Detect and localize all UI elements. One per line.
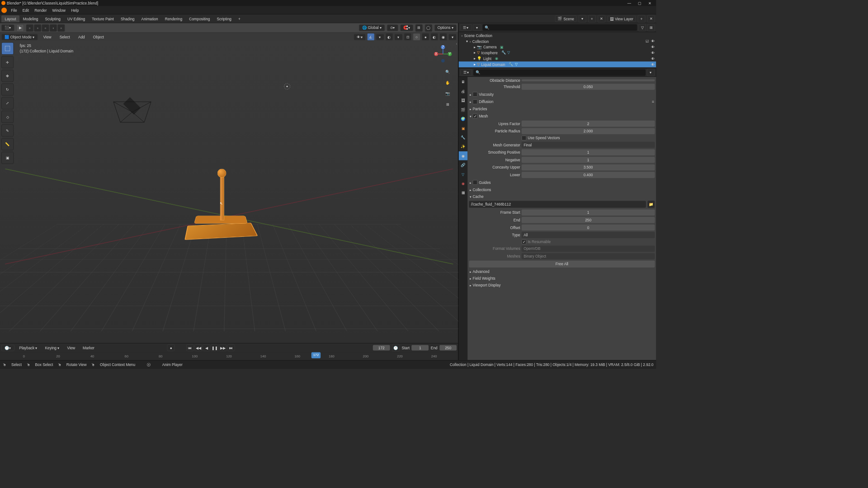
- playhead[interactable]: 172: [311, 352, 321, 358]
- scene-browse-icon[interactable]: ▾: [579, 15, 586, 23]
- autokey-button[interactable]: ●: [167, 344, 175, 351]
- pause-button[interactable]: ❚❚: [211, 344, 219, 351]
- shading-wireframe[interactable]: ○: [413, 33, 420, 41]
- mesh-generator-value[interactable]: Final: [522, 142, 655, 148]
- shading-solid[interactable]: ●: [422, 33, 429, 41]
- tab-scripting[interactable]: Scripting: [213, 15, 235, 22]
- gizmo-dropdown[interactable]: ▾: [376, 33, 384, 40]
- marker-menu[interactable]: Marker: [80, 346, 97, 350]
- offset-value[interactable]: 0: [522, 225, 655, 231]
- folder-browse-icon[interactable]: 📁: [647, 201, 655, 208]
- overlay-dropdown[interactable]: ▾: [394, 33, 402, 40]
- select-mode-1[interactable]: ▫: [26, 24, 33, 32]
- window-menu[interactable]: Window: [49, 8, 68, 12]
- upres-factor-value[interactable]: 2: [522, 121, 655, 127]
- tab-texture-paint[interactable]: Texture Paint: [89, 15, 118, 22]
- tab-rendering[interactable]: Rendering: [161, 15, 185, 22]
- outliner-display-mode[interactable]: ▾: [473, 24, 481, 31]
- scene-selector[interactable]: 🎬 Scene: [555, 15, 576, 22]
- concavity-upper-value[interactable]: 3.500: [522, 164, 655, 171]
- maximize-button[interactable]: ▢: [634, 1, 645, 5]
- liquid-domain-object[interactable]: [183, 171, 258, 246]
- shading-matprev[interactable]: ◐: [431, 33, 439, 41]
- current-frame-field[interactable]: 172: [373, 345, 390, 351]
- timeline-track[interactable]: 0 20 40 60 80 100 120 140 160 180 200 22…: [0, 352, 458, 360]
- jump-end-button[interactable]: ⏭: [227, 344, 235, 351]
- ptab-particles[interactable]: ✨: [459, 142, 468, 151]
- props-search[interactable]: 🔍: [473, 69, 646, 75]
- ptab-physics[interactable]: ◉: [459, 151, 468, 160]
- minimize-button[interactable]: —: [624, 1, 634, 5]
- tab-shading[interactable]: Shading: [117, 15, 138, 22]
- tool-annotate[interactable]: ✎: [1, 124, 14, 136]
- next-keyframe-button[interactable]: ▶▶: [219, 344, 227, 351]
- free-all-button[interactable]: Free All: [469, 261, 655, 267]
- meshes-value[interactable]: Binary Object: [522, 253, 655, 259]
- type-value[interactable]: All: [522, 232, 655, 238]
- gizmo-toggle[interactable]: ∡: [367, 33, 375, 41]
- tool-select-box[interactable]: [1, 42, 14, 55]
- outliner-new-collection-icon[interactable]: ⊞: [647, 24, 655, 32]
- viewport-3d[interactable]: ✛ ✥ ↻ ⤢ ◇ ✎ 📏 ▣ fps: 25 (172) Collection…: [0, 41, 458, 343]
- obstacle-distance-value[interactable]: [522, 79, 655, 81]
- panel-cache[interactable]: Cache: [469, 193, 655, 200]
- tab-add[interactable]: +: [235, 15, 244, 22]
- tree-collection[interactable]: ▾ ▫ Collection ☑: [459, 38, 656, 44]
- frame-start-value[interactable]: 1: [522, 209, 655, 216]
- select-mode-4[interactable]: ▫: [50, 24, 57, 32]
- pivot-point[interactable]: ⊙▾: [387, 24, 398, 31]
- tab-modeling[interactable]: Modeling: [19, 15, 42, 22]
- tab-sculpting[interactable]: Sculpting: [42, 15, 64, 22]
- tree-liquid-domain[interactable]: ▸ ▽ Liquid Domain 🔧 ▽: [459, 61, 656, 67]
- xray-toggle[interactable]: ⊡: [404, 33, 412, 41]
- outliner-filter-icon[interactable]: ▽: [638, 24, 646, 32]
- tool-rotate[interactable]: ↻: [1, 83, 14, 95]
- tool-cursor[interactable]: ✛: [1, 56, 14, 68]
- keying-menu[interactable]: Keying ▾: [42, 346, 62, 350]
- visibility-dropdown[interactable]: 👁▾: [354, 33, 365, 40]
- object-menu[interactable]: Object: [90, 35, 107, 39]
- play-reverse-button[interactable]: ◀: [203, 344, 210, 351]
- viscosity-checkbox[interactable]: [473, 92, 478, 97]
- tool-add[interactable]: ▣: [1, 152, 14, 164]
- perspective-icon[interactable]: ⊞: [443, 100, 452, 108]
- start-frame-field[interactable]: 1: [412, 345, 429, 351]
- tab-layout[interactable]: Layout: [1, 15, 19, 22]
- visibility-icon[interactable]: [651, 56, 655, 61]
- tool-move[interactable]: ✥: [1, 70, 14, 82]
- select-mode-3[interactable]: ▫: [42, 24, 49, 32]
- ptab-output[interactable]: 🖨: [459, 87, 468, 96]
- preset-menu-icon[interactable]: ≡: [652, 100, 654, 104]
- tree-scene-collection[interactable]: ▫ Scene Collection: [459, 33, 656, 38]
- negative-value[interactable]: 1: [522, 157, 655, 163]
- proportional-edit[interactable]: ◯: [425, 24, 433, 32]
- visibility-icon[interactable]: [651, 62, 655, 66]
- scene-new-icon[interactable]: +: [588, 15, 596, 23]
- help-menu[interactable]: Help: [68, 8, 81, 12]
- panel-guides[interactable]: Guides: [469, 178, 655, 186]
- close-button[interactable]: ✕: [645, 1, 655, 5]
- viewlayer-delete-icon[interactable]: ✕: [647, 15, 655, 23]
- tree-camera[interactable]: ▸ 📷 Camera ▣: [459, 44, 656, 50]
- ptab-world[interactable]: 🌍: [459, 114, 468, 123]
- panel-viewport-display[interactable]: Viewport Display: [469, 282, 655, 289]
- panel-field-weights[interactable]: Field Weights: [469, 275, 655, 282]
- shading-rendered[interactable]: ◉: [439, 33, 447, 41]
- nav-gizmo[interactable]: Z Y X: [433, 44, 453, 64]
- ptab-object[interactable]: ▣: [459, 124, 468, 133]
- file-menu[interactable]: File: [8, 8, 20, 12]
- tab-uv-editing[interactable]: UV Editing: [64, 15, 88, 22]
- view-menu[interactable]: View: [41, 35, 54, 39]
- editor-type-selector[interactable]: ⬛▾: [1, 24, 14, 31]
- ptab-viewlayer[interactable]: 🖼: [459, 96, 468, 105]
- lower-value[interactable]: 0.400: [522, 172, 655, 178]
- add-menu[interactable]: Add: [75, 35, 88, 39]
- preview-range-icon[interactable]: 🕐: [392, 344, 400, 352]
- outliner-search[interactable]: 🔍: [482, 24, 637, 31]
- playback-menu[interactable]: Playback ▾: [16, 346, 40, 350]
- visibility-icon[interactable]: [651, 51, 655, 55]
- smoothing-positive-value[interactable]: 1: [522, 149, 655, 155]
- select-menu[interactable]: Select: [57, 35, 73, 39]
- viewlayer-selector[interactable]: 🖼 View Layer: [607, 15, 636, 22]
- edit-menu[interactable]: Edit: [20, 8, 32, 12]
